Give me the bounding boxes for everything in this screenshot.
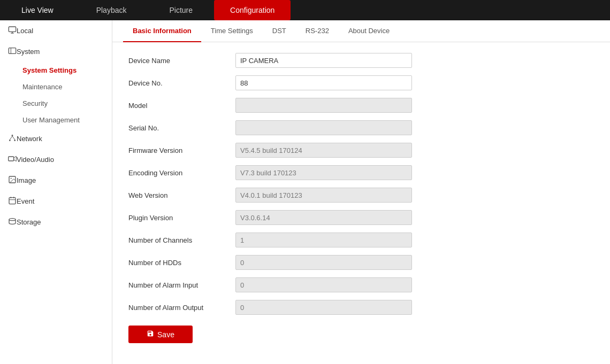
image-icon <box>8 175 17 185</box>
svg-rect-3 <box>9 48 16 54</box>
label-num-hdds: Number of HDDs <box>128 259 235 267</box>
field-row-device-name: Device Name <box>128 53 594 68</box>
label-device-no: Device No. <box>128 79 235 87</box>
nav-configuration[interactable]: Configuration <box>214 0 291 20</box>
sidebar-item-image[interactable]: Image <box>0 170 112 191</box>
sidebar-system-label: System <box>17 48 40 56</box>
svg-point-13 <box>11 178 12 179</box>
label-num-alarm-input: Number of Alarm Input <box>128 281 235 289</box>
nav-playback[interactable]: Playback <box>75 0 148 20</box>
sidebar-storage-label: Storage <box>17 218 41 226</box>
save-icon <box>147 330 154 339</box>
svg-rect-10 <box>9 157 14 161</box>
tab-bar: Basic Information Time Settings DST RS-2… <box>112 20 610 42</box>
sidebar: Local System System Settings Maintenance… <box>0 20 112 364</box>
save-label: Save <box>157 330 174 339</box>
input-device-name[interactable] <box>235 53 412 68</box>
tab-rs232[interactable]: RS-232 <box>296 20 339 42</box>
sidebar-local-label: Local <box>17 27 33 35</box>
tab-time-settings[interactable]: Time Settings <box>201 20 263 42</box>
field-row-firmware-version: Firmware Version <box>128 143 594 158</box>
label-web-version: Web Version <box>128 191 235 199</box>
tab-about-device[interactable]: About Device <box>339 20 399 42</box>
label-serial-no: Serial No. <box>128 124 235 132</box>
label-num-channels: Number of Channels <box>128 236 235 244</box>
sidebar-video-audio-label: Video/Audio <box>17 156 54 164</box>
input-plugin-version <box>235 210 412 225</box>
input-num-alarm-output <box>235 300 412 315</box>
label-firmware-version: Firmware Version <box>128 146 235 154</box>
svg-line-9 <box>12 136 15 140</box>
sidebar-network-label: Network <box>17 135 42 143</box>
field-row-web-version: Web Version <box>128 188 594 203</box>
field-row-num-hdds: Number of HDDs <box>128 255 594 270</box>
input-serial-no <box>235 120 412 135</box>
svg-point-7 <box>14 140 16 141</box>
sidebar-item-video-audio[interactable]: Video/Audio <box>0 149 112 170</box>
svg-marker-11 <box>14 156 17 161</box>
svg-point-6 <box>9 140 11 141</box>
save-button[interactable]: Save <box>128 326 193 343</box>
svg-rect-0 <box>9 27 16 32</box>
content-area: Basic Information Time Settings DST RS-2… <box>112 20 610 364</box>
sidebar-item-system[interactable]: System <box>0 41 112 62</box>
field-row-serial-no: Serial No. <box>128 120 594 135</box>
top-navigation: Live View Playback Picture Configuration <box>0 0 610 20</box>
label-device-name: Device Name <box>128 57 235 65</box>
svg-rect-14 <box>9 198 16 204</box>
field-row-num-alarm-output: Number of Alarm Output <box>128 300 594 315</box>
sidebar-item-local[interactable]: Local <box>0 20 112 41</box>
input-model <box>235 98 412 113</box>
nav-picture[interactable]: Picture <box>148 0 214 20</box>
sidebar-item-network[interactable]: Network <box>0 128 112 149</box>
input-num-alarm-input <box>235 277 412 292</box>
sidebar-item-security[interactable]: Security <box>0 95 112 112</box>
input-device-no[interactable] <box>235 75 412 90</box>
field-row-model: Model <box>128 98 594 113</box>
field-row-plugin-version: Plugin Version <box>128 210 594 225</box>
sidebar-item-system-settings[interactable]: System Settings <box>0 62 112 79</box>
monitor-icon <box>8 26 17 36</box>
input-firmware-version <box>235 143 412 158</box>
field-row-device-no: Device No. <box>128 75 594 90</box>
input-num-channels <box>235 233 412 247</box>
input-web-version <box>235 188 412 203</box>
field-row-encoding-version: Encoding Version <box>128 165 594 180</box>
input-num-hdds <box>235 255 412 270</box>
sidebar-item-storage[interactable]: Storage <box>0 212 112 233</box>
event-icon <box>8 196 17 206</box>
label-plugin-version: Plugin Version <box>128 214 235 222</box>
sidebar-item-user-management[interactable]: User Management <box>0 112 112 128</box>
field-row-num-alarm-input: Number of Alarm Input <box>128 277 594 292</box>
video-icon <box>8 154 17 165</box>
tab-basic-information[interactable]: Basic Information <box>123 20 201 42</box>
basic-information-form: Device Name Device No. Model Serial No. … <box>112 42 610 354</box>
sidebar-item-event[interactable]: Event <box>0 191 112 212</box>
svg-point-5 <box>12 135 13 136</box>
sidebar-image-label: Image <box>17 176 36 184</box>
storage-icon <box>8 217 17 227</box>
sidebar-item-maintenance[interactable]: Maintenance <box>0 79 112 95</box>
nav-live-view[interactable]: Live View <box>0 0 75 20</box>
label-model: Model <box>128 102 235 110</box>
sidebar-event-label: Event <box>17 197 34 205</box>
system-icon <box>8 47 17 57</box>
label-encoding-version: Encoding Version <box>128 169 235 177</box>
input-encoding-version <box>235 165 412 180</box>
tab-dst[interactable]: DST <box>263 20 296 42</box>
network-icon <box>8 134 17 144</box>
svg-line-8 <box>10 136 12 140</box>
svg-point-18 <box>9 219 16 221</box>
main-layout: Local System System Settings Maintenance… <box>0 20 610 364</box>
label-num-alarm-output: Number of Alarm Output <box>128 304 235 312</box>
field-row-num-channels: Number of Channels <box>128 233 594 247</box>
